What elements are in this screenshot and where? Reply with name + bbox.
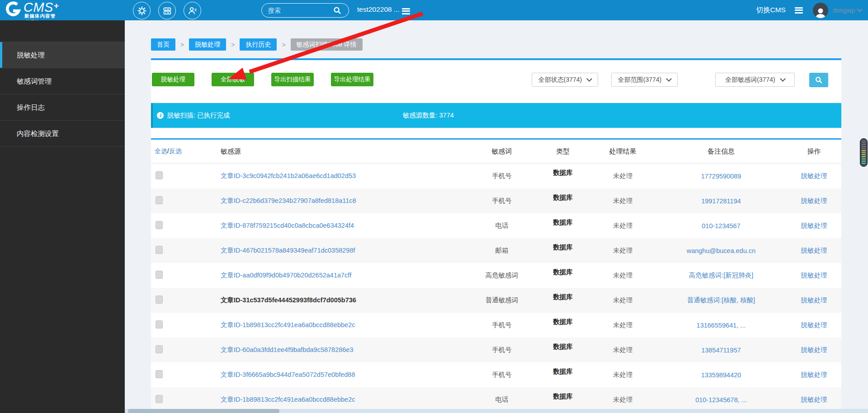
sidebar: 脱敏处理敏感词管理操作日志内容检测设置 (0, 20, 125, 413)
filter-select[interactable]: 全部状态(3774) (532, 73, 598, 87)
result-value: 未处理 (590, 395, 656, 404)
note-value: 17729590089 (701, 173, 741, 180)
scroll-indicator[interactable] (860, 138, 868, 167)
source-link[interactable]: 文章ID-1b89813cc2fc491ea6a0bccd88ebbe2c (221, 321, 355, 329)
type-value: 数据库 (553, 268, 573, 277)
note-value: 13854711957 (701, 347, 741, 354)
source-link[interactable]: 文章ID-1b89813cc2fc491ea6a0bccd88ebbe2c (221, 396, 355, 403)
caret-down-icon[interactable] (857, 6, 863, 12)
row-checkbox[interactable] (156, 395, 163, 403)
source-link[interactable]: 文章ID-3f6665a9bc944d7ea5072d57e0bfed88 (221, 371, 355, 378)
row-checkbox[interactable] (156, 370, 163, 378)
switch-cms-button[interactable]: 切换CMS (756, 5, 786, 15)
sidebar-item[interactable]: 内容检测设置 (0, 121, 125, 147)
table-row: 文章ID-3f6665a9bc944d7ea5072d57e0bfed88 手机… (151, 362, 841, 387)
source-link[interactable]: 文章ID-aa0df09f9d0b4970b20d2652a41a7cff (221, 272, 351, 279)
row-checkbox[interactable] (156, 171, 163, 179)
row-checkbox[interactable] (156, 271, 163, 279)
result-value: 未处理 (590, 221, 656, 230)
header-search-input[interactable] (262, 7, 331, 14)
row-checkbox[interactable] (156, 320, 163, 329)
desensitize-action-link[interactable]: 脱敏处理 (801, 172, 827, 179)
table-header: 全选/反选 敏感源 敏感词 类型 处理结果 备注信息 操作 (151, 140, 841, 164)
col-header-source: 敏感源 (221, 147, 468, 156)
desensitize-action-link[interactable]: 脱敏处理 (801, 197, 827, 204)
source-link[interactable]: 文章ID-878f759215cd40c0a8cbca0e634324f4 (221, 222, 354, 229)
select-invert-link[interactable]: 反选 (169, 147, 182, 155)
desensitize-action-link[interactable]: 脱敏处理 (801, 247, 827, 254)
action-button[interactable]: 全部脱敏 (212, 73, 254, 86)
desensitize-action-link[interactable]: 脱敏处理 (801, 371, 827, 378)
table-row: 文章ID-3c9c0942fcb241b2a06ae6cd1ad02d53 手机… (151, 164, 841, 188)
result-value: 未处理 (590, 321, 656, 329)
desensitize-action-link[interactable]: 脱敏处理 (801, 396, 827, 403)
filter-select-value: 全部状态(3774) (538, 76, 582, 84)
results-table: 全选/反选 敏感源 敏感词 类型 处理结果 备注信息 操作 文章ID-3c9c0… (151, 138, 841, 412)
avatar[interactable] (813, 3, 828, 18)
sensitive-word-value: 手机号 (468, 371, 536, 379)
desensitize-action-link[interactable]: 脱敏处理 (801, 296, 827, 304)
sensitive-word-value: 电话 (468, 221, 536, 230)
source-count-text: 敏感源数量: 3774 (403, 111, 454, 120)
username-label[interactable]: dongwp (833, 7, 855, 14)
app-logo: power CMS+ 新媒体内容管理系统 (4, 0, 59, 19)
type-value: 数据库 (553, 392, 573, 401)
row-checkbox[interactable] (156, 296, 163, 304)
action-button[interactable]: 导出处理结果 (331, 73, 373, 86)
action-buttons: 脱敏处理全部脱敏导出扫描结果导出处理结果 (152, 73, 373, 86)
sensitive-word-value: 手机号 (468, 321, 536, 329)
filter-select[interactable]: 全部敏感词(3774) (715, 73, 795, 87)
source-link[interactable]: 文章ID-60a0a3fdd1ee4f9bafbda9c5878286e3 (221, 346, 353, 353)
col-header-word: 敏感词 (468, 147, 536, 156)
site-menu-icon[interactable] (402, 7, 410, 15)
sensitive-word-value: 邮箱 (468, 246, 536, 255)
result-value: 未处理 (590, 197, 656, 205)
source-link[interactable]: 文章ID-3c9c0942fcb241b2a06ae6cd1ad02d53 (221, 172, 356, 179)
action-button[interactable]: 导出扫描结果 (271, 73, 314, 86)
horizontal-scrollbar-thumb[interactable] (128, 409, 279, 413)
sidebar-item[interactable]: 敏感词管理 (0, 68, 125, 94)
settings-button[interactable] (133, 2, 151, 19)
search-icon[interactable] (332, 5, 342, 15)
row-checkbox[interactable] (156, 196, 163, 204)
note-value: 13359894420 (701, 371, 741, 379)
sensitive-word-value: 手机号 (468, 197, 536, 205)
menu-icon[interactable] (795, 6, 803, 14)
action-button[interactable]: 脱敏处理 (152, 73, 194, 86)
type-value: 数据库 (553, 343, 573, 351)
desensitize-action-link[interactable]: 脱敏处理 (801, 222, 827, 229)
table-row: 文章ID-467b021578a849349eaf71dc0358298f 邮箱… (151, 238, 841, 263)
type-value: 数据库 (553, 169, 573, 177)
desensitize-action-link[interactable]: 脱敏处理 (801, 321, 827, 329)
source-link[interactable]: 文章ID-467b021578a849349eaf71dc0358298f (221, 247, 355, 254)
breadcrumb-link[interactable]: 首页 (151, 38, 175, 51)
row-checkbox[interactable] (156, 246, 163, 254)
sidebar-menu: 脱敏处理敏感词管理操作日志内容检测设置 (0, 42, 125, 147)
note-value: 010-12345678, ... (695, 396, 747, 404)
table-row: 文章ID-c22b6d379e234b27907a8fed818a11c8 手机… (151, 188, 841, 213)
current-site-name[interactable]: test202208 ... (357, 5, 400, 14)
horizontal-scrollbar[interactable] (125, 409, 868, 413)
select-all-link[interactable]: 全选 (155, 147, 167, 155)
desensitize-action-link[interactable]: 脱敏处理 (801, 346, 827, 353)
breadcrumb-link[interactable]: 脱敏处理 (189, 38, 226, 51)
result-value: 未处理 (590, 371, 656, 379)
table-row: 文章ID-1b89813cc2fc491ea6a0bccd88ebbe2c 手机… (151, 313, 841, 338)
select-controls: 全选/反选 (151, 147, 221, 155)
filter-select-value: 全部范围(3774) (618, 76, 661, 84)
sidebar-item[interactable]: 脱敏处理 (0, 42, 125, 68)
sidebar-item[interactable]: 操作日志 (0, 94, 125, 121)
filter-select[interactable]: 全部范围(3774) (611, 73, 678, 87)
source-link[interactable]: 文章ID-c22b6d379e234b27907a8fed818a11c8 (221, 197, 356, 204)
logo-power-label: power (9, 5, 16, 8)
source-link[interactable]: 文章ID-31c537d5fe44452993f8dcf7d005b736 (221, 296, 356, 304)
type-value: 数据库 (553, 318, 573, 326)
breadcrumb-link[interactable]: 执行历史 (240, 38, 277, 51)
row-checkbox[interactable] (156, 345, 163, 353)
row-checkbox[interactable] (156, 221, 163, 229)
modules-button[interactable] (158, 2, 176, 19)
user-admin-button[interactable] (184, 2, 201, 19)
filter-search-button[interactable] (809, 73, 828, 87)
logo-brand: CMS+ (24, 0, 59, 14)
desensitize-action-link[interactable]: 脱敏处理 (801, 272, 827, 279)
